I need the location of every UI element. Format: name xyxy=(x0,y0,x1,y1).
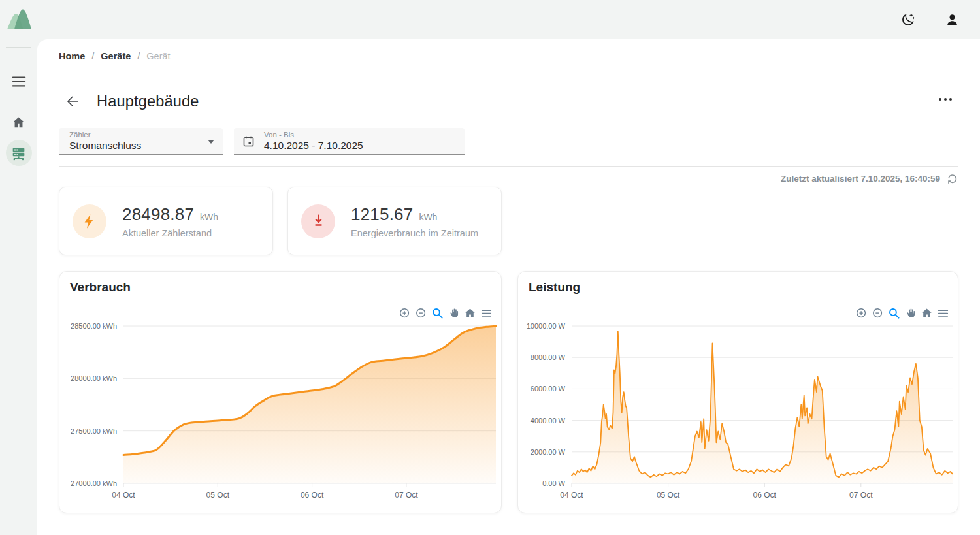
svg-text:4000.00 W: 4000.00 W xyxy=(531,417,566,425)
topbar xyxy=(0,0,980,39)
svg-text:6000.00 W: 6000.00 W xyxy=(531,385,566,393)
chart-toolbar xyxy=(854,306,950,320)
pan-icon[interactable] xyxy=(903,306,917,320)
filter-row: Zähler Stromanschluss Von - Bis 4.10.202… xyxy=(59,128,958,155)
selection-zoom-icon[interactable] xyxy=(430,306,444,320)
date-range-label: Von - Bis xyxy=(264,131,454,139)
breadcrumb-current: Gerät xyxy=(146,51,170,61)
svg-text:10000.00 W: 10000.00 W xyxy=(527,322,566,330)
sidebar-active-indicator xyxy=(6,140,32,166)
leistung-chart-card: Leistung 10000.00 W8000.00 W6000.00 W400… xyxy=(517,271,958,513)
topbar-divider xyxy=(930,11,930,28)
reset-zoom-home-icon[interactable] xyxy=(919,306,934,320)
chart-menu-icon[interactable] xyxy=(936,306,950,320)
charts-row: Verbrauch 28500.00 kWh28000.00 kWh27500.… xyxy=(59,271,958,513)
last-updated-text: Zuletzt aktualisiert 7.10.2025, 16:40:59 xyxy=(781,174,940,184)
calendar-icon xyxy=(242,135,255,151)
energy-consumption-unit: kWh xyxy=(419,212,437,222)
stats-row: 28498.87 kWh Aktueller Zählerstand 1215.… xyxy=(59,187,958,255)
more-options-icon[interactable] xyxy=(936,95,955,103)
svg-text:28500.00 kWh: 28500.00 kWh xyxy=(71,322,117,330)
chevron-down-icon xyxy=(208,140,214,144)
user-account-icon[interactable] xyxy=(941,8,963,31)
zoom-out-icon[interactable] xyxy=(414,306,428,320)
chart-menu-icon[interactable] xyxy=(479,306,493,320)
section-divider xyxy=(59,166,958,167)
meter-reading-label: Aktueller Zählerstand xyxy=(122,228,218,238)
chart-title-leistung: Leistung xyxy=(529,280,580,295)
svg-text:04 Oct: 04 Oct xyxy=(560,491,583,500)
sidebar-divider xyxy=(6,47,31,48)
svg-text:27500.00 kWh: 27500.00 kWh xyxy=(71,427,117,435)
date-range-value: 4.10.2025 - 7.10.2025 xyxy=(264,139,454,152)
breadcrumb-geraete[interactable]: Geräte xyxy=(101,51,131,61)
zoom-in-icon[interactable] xyxy=(397,306,412,320)
sidebar xyxy=(0,39,37,535)
page-title: Hauptgebäude xyxy=(97,93,199,110)
stat-card-meter-reading: 28498.87 kWh Aktueller Zählerstand xyxy=(59,187,273,255)
back-arrow-button[interactable] xyxy=(61,90,84,112)
svg-text:0.00 W: 0.00 W xyxy=(542,479,565,487)
breadcrumb-home[interactable]: Home xyxy=(59,51,85,61)
energy-consumption-label: Energieverbrauch im Zeitraum xyxy=(351,228,478,238)
sidebar-item-home[interactable] xyxy=(0,115,37,130)
zoom-out-icon[interactable] xyxy=(870,306,885,320)
svg-text:28000.00 kWh: 28000.00 kWh xyxy=(71,374,117,382)
selection-zoom-icon[interactable] xyxy=(887,306,901,320)
verbrauch-chart-card: Verbrauch 28500.00 kWh28000.00 kWh27500.… xyxy=(59,271,502,513)
svg-text:2000.00 W: 2000.00 W xyxy=(531,448,566,456)
title-row: Hauptgebäude xyxy=(59,89,958,114)
svg-text:05 Oct: 05 Oct xyxy=(657,491,680,500)
chart-toolbar xyxy=(397,306,493,320)
svg-text:8000.00 W: 8000.00 W xyxy=(531,353,566,361)
energy-consumption-value: 1215.67 xyxy=(351,204,413,225)
pan-icon[interactable] xyxy=(446,306,461,320)
svg-text:07 Oct: 07 Oct xyxy=(395,491,418,500)
meter-reading-value: 28498.87 xyxy=(122,204,194,225)
meter-select-value: Stromanschluss xyxy=(69,139,201,152)
date-range-field[interactable]: Von - Bis 4.10.2025 - 7.10.2025 xyxy=(234,128,465,155)
app-logo[interactable] xyxy=(6,6,32,32)
svg-text:05 Oct: 05 Oct xyxy=(206,491,230,500)
svg-text:07 Oct: 07 Oct xyxy=(849,491,873,500)
verbrauch-chart[interactable]: 28500.00 kWh28000.00 kWh27500.00 kWh2700… xyxy=(59,320,501,504)
updated-row: Zuletzt aktualisiert 7.10.2025, 16:40:59 xyxy=(59,172,958,185)
main-panel: Home / Geräte / Gerät Hauptgebäude Zähle… xyxy=(37,39,980,535)
refresh-icon[interactable] xyxy=(945,172,958,185)
breadcrumb-separator: / xyxy=(137,51,140,61)
breadcrumb-separator: / xyxy=(91,51,94,61)
chart-title-verbrauch: Verbrauch xyxy=(70,280,131,295)
svg-text:04 Oct: 04 Oct xyxy=(112,491,135,500)
menu-toggle-button[interactable] xyxy=(0,75,37,88)
svg-text:27000.00 kWh: 27000.00 kWh xyxy=(71,479,117,487)
meter-reading-unit: kWh xyxy=(200,212,218,222)
download-icon xyxy=(301,204,335,238)
breadcrumb: Home / Geräte / Gerät xyxy=(59,51,958,61)
svg-text:06 Oct: 06 Oct xyxy=(753,491,777,500)
dark-mode-toggle-moon-icon[interactable] xyxy=(897,8,919,31)
bolt-icon xyxy=(73,204,106,238)
leistung-chart[interactable]: 10000.00 W8000.00 W6000.00 W4000.00 W200… xyxy=(518,320,958,504)
svg-text:06 Oct: 06 Oct xyxy=(301,491,324,500)
sidebar-item-devices[interactable] xyxy=(0,140,37,166)
meter-select[interactable]: Zähler Stromanschluss xyxy=(59,128,223,155)
stat-card-energy-consumption: 1215.67 kWh Energieverbrauch im Zeitraum xyxy=(287,187,502,255)
reset-zoom-home-icon[interactable] xyxy=(463,306,477,320)
meter-select-label: Zähler xyxy=(69,131,201,139)
zoom-in-icon[interactable] xyxy=(854,306,868,320)
